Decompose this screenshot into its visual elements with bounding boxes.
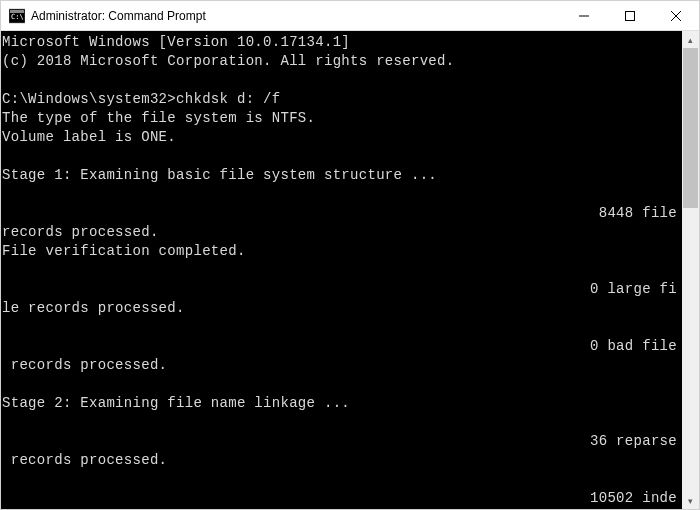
prompt-text: C:\Windows\system32> [2, 91, 176, 107]
titlebar: C:\ Administrator: Command Prompt [1, 1, 699, 31]
app-icon: C:\ [9, 8, 25, 24]
large-records-line: le records processed. [2, 300, 185, 316]
records-processed-1: records processed. [2, 224, 159, 240]
stage2-line: Stage 2: Examining file name linkage ... [2, 395, 350, 411]
scroll-track[interactable] [682, 48, 699, 492]
file-verification-line: File verification completed. [2, 243, 246, 259]
scroll-up-arrow-icon[interactable]: ▴ [682, 31, 699, 48]
svg-text:C:\: C:\ [11, 13, 24, 21]
bad-file-count: 0 bad file [590, 338, 677, 354]
records-processed-3: records processed. [2, 452, 167, 468]
fs-type-line: The type of the file system is NTFS. [2, 110, 315, 126]
index-count: 10502 inde [590, 490, 677, 506]
vertical-scrollbar[interactable]: ▴ ▾ [682, 31, 699, 509]
file-count: 8448 file [599, 205, 677, 221]
records-processed-2: records processed. [2, 357, 167, 373]
banner-line-1: Microsoft Windows [Version 10.0.17134.1] [2, 34, 350, 50]
console-output[interactable]: Microsoft Windows [Version 10.0.17134.1]… [1, 31, 682, 509]
command-text: chkdsk d: /f [176, 91, 280, 107]
scroll-down-arrow-icon[interactable]: ▾ [682, 492, 699, 509]
window-title: Administrator: Command Prompt [31, 9, 561, 23]
volume-label-line: Volume label is ONE. [2, 129, 176, 145]
svg-rect-4 [626, 12, 635, 21]
console-area: Microsoft Windows [Version 10.0.17134.1]… [1, 31, 699, 509]
maximize-button[interactable] [607, 1, 653, 31]
stage1-line: Stage 1: Examining basic file system str… [2, 167, 437, 183]
window-controls [561, 1, 699, 30]
large-file-count: 0 large fi [590, 281, 677, 297]
banner-line-2: (c) 2018 Microsoft Corporation. All righ… [2, 53, 454, 69]
reparse-count: 36 reparse [590, 433, 677, 449]
minimize-button[interactable] [561, 1, 607, 31]
close-button[interactable] [653, 1, 699, 31]
scroll-thumb[interactable] [683, 48, 698, 208]
